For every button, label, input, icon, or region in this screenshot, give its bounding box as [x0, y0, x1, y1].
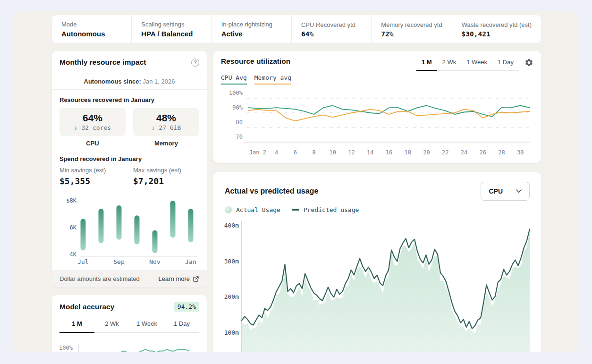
svg-text:24: 24: [461, 149, 467, 156]
svg-text:12: 12: [348, 149, 355, 156]
tab-2wk[interactable]: 2 Wk: [94, 316, 129, 333]
svg-text:Nov: Nov: [149, 258, 161, 265]
resource-utilization-card: Resource utilization 1 M 2 Wk 1 Week 1 D…: [213, 51, 541, 163]
accuracy-badge: 94.2%: [174, 302, 199, 312]
svg-text:14: 14: [367, 149, 373, 156]
tab-1week[interactable]: 1 Week: [129, 316, 164, 333]
svg-text:20: 20: [423, 149, 430, 156]
stat-mode: Mode Autonomous: [52, 15, 132, 43]
dashboard-container: Mode Autonomous Scaling settings HPA / B…: [12, 11, 580, 352]
max-savings-label: Max savings (est): [133, 167, 199, 174]
min-savings-value: $5,355: [59, 176, 126, 186]
svg-text:Jan: Jan: [185, 258, 196, 265]
max-savings-value: $7,201: [133, 176, 199, 186]
help-icon[interactable]: ?: [191, 59, 199, 67]
stat-value: HPA / Balanced: [141, 30, 202, 38]
savings-range-chart: $8K6K4KJulSepNovJan: [59, 191, 199, 265]
footer-note: Dollar amounts are estimated: [59, 275, 140, 282]
stat-value: 64%: [301, 30, 362, 38]
resource-utilization-chart: 100%90%8070Jan 2468101214161820222426283…: [221, 87, 533, 159]
svg-text:200m: 200m: [224, 293, 239, 300]
spend-recovered-heading: Spend recovered in January: [59, 155, 199, 162]
model-accuracy-range-tabs: 1 M 2 Wk 1 Week 1 Day: [59, 316, 199, 333]
min-savings: Min savings (est) $5,355: [59, 167, 126, 186]
svg-text:Jul: Jul: [77, 258, 88, 265]
left-column: Monthly resource impact ? Autonomous sin…: [52, 51, 207, 352]
metric-dropdown-value: CPU: [489, 187, 503, 195]
svg-text:100%: 100%: [229, 90, 243, 96]
stat-label: Waste recovered ytd (est): [462, 21, 532, 28]
actual-vs-predicted-card: Actual vs predicted usage CPU Actual Usa…: [213, 172, 541, 352]
series-tabs: CPU Avg Memory avg: [213, 71, 541, 85]
monthly-resource-impact-card: Monthly resource impact ? Autonomous sin…: [52, 51, 207, 288]
autonomous-since-row: Autonomous since: Jan 1, 2026: [52, 74, 207, 90]
legend-predicted-usage[interactable]: Predicted usage: [292, 206, 359, 213]
svg-text:16: 16: [386, 149, 392, 156]
actual-usage-dot-icon: [225, 206, 232, 213]
svg-text:Jan 2: Jan 2: [249, 149, 266, 156]
cpu-delta: 32 cores: [82, 124, 111, 131]
svg-text:100m: 100m: [224, 329, 239, 336]
stat-label: Memory recovered ytd: [381, 21, 442, 28]
chevron-down-icon: [516, 189, 522, 193]
resource-range-tabs: 1 M 2 Wk 1 Week 1 Day: [416, 57, 533, 71]
learn-more-link[interactable]: Learn more: [159, 275, 199, 282]
memory-recovered-pct: 48%: [133, 112, 199, 124]
since-value: Jan 1, 2026: [143, 78, 175, 85]
svg-text:90%: 90%: [232, 104, 243, 111]
svg-text:400m: 400m: [224, 222, 239, 229]
tab-2wk[interactable]: 2 Wk: [437, 57, 462, 71]
stat-value: Active: [221, 30, 282, 38]
external-link-icon: [193, 276, 199, 282]
stat-inplace-rightsizing: In-place rightsizing Active: [212, 15, 292, 43]
memory-label: Memory: [133, 140, 199, 147]
down-arrow-icon: ↓: [152, 124, 155, 131]
legend-actual-usage[interactable]: Actual Usage: [225, 206, 280, 213]
since-label: Autonomous since:: [84, 78, 141, 85]
stat-label: Mode: [61, 21, 122, 28]
cpu-label: CPU: [59, 140, 126, 147]
svg-text:6: 6: [294, 149, 297, 156]
metric-dropdown[interactable]: CPU: [481, 182, 530, 201]
stat-cpu-recovered: CPU Recovered ytd 64%: [292, 15, 372, 43]
card-footer: Dollar amounts are estimated Learn more: [52, 270, 207, 288]
stat-label: Scaling settings: [141, 21, 202, 28]
settings-gear-icon[interactable]: [524, 58, 533, 67]
model-accuracy-chart: 100%: [52, 339, 192, 352]
tab-1m[interactable]: 1 M: [59, 316, 94, 333]
svg-text:10: 10: [330, 149, 336, 156]
max-savings: Max savings (est) $7,201: [133, 167, 199, 186]
svg-text:28: 28: [498, 149, 505, 156]
memory-delta: 27 GiB: [159, 124, 181, 131]
stat-value: $30,421: [462, 30, 532, 38]
min-savings-label: Min savings (est): [59, 167, 126, 174]
svg-text:Sep: Sep: [113, 258, 125, 265]
cpu-recovered-stat: 64% ↓ 32 cores CPU: [59, 108, 126, 147]
svg-text:22: 22: [442, 149, 448, 156]
card-title: Resource utilization: [221, 57, 290, 66]
tab-1day[interactable]: 1 Day: [492, 57, 519, 71]
resources-recovered-heading: Resources recovered in January: [59, 96, 199, 103]
down-arrow-icon: ↓: [74, 124, 78, 131]
stat-label: In-place rightsizing: [221, 21, 282, 28]
svg-text:18: 18: [405, 149, 411, 156]
card-title: Monthly resource impact: [59, 58, 146, 67]
predicted-usage-dash-icon: [292, 209, 299, 211]
tab-1day[interactable]: 1 Day: [164, 316, 199, 333]
svg-text:100%: 100%: [59, 345, 73, 351]
tab-1week[interactable]: 1 Week: [461, 57, 492, 71]
svg-text:26: 26: [479, 149, 486, 156]
svg-text:4: 4: [275, 149, 278, 156]
svg-text:$8K: $8K: [66, 197, 76, 204]
model-accuracy-card: Model accuracy 94.2% 1 M 2 Wk 1 Week 1 D…: [52, 295, 207, 352]
tab-1m[interactable]: 1 M: [416, 57, 437, 71]
svg-text:70: 70: [236, 134, 243, 140]
memory-recovered-stat: 48% ↓ 27 GiB Memory: [133, 108, 199, 147]
series-tab-cpu-avg[interactable]: CPU Avg: [221, 74, 247, 85]
cpu-recovered-pct: 64%: [59, 112, 126, 124]
stat-scaling-settings: Scaling settings HPA / Balanced: [132, 15, 211, 43]
series-tab-memory-avg[interactable]: Memory avg: [254, 74, 291, 85]
card-title: Actual vs predicted usage: [225, 187, 318, 195]
svg-text:80: 80: [236, 119, 243, 126]
stat-memory-recovered: Memory recovered ytd 72%: [372, 15, 452, 43]
